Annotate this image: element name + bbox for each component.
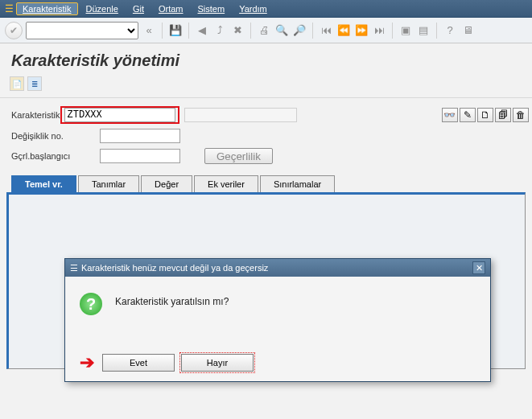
tab-ek-veriler[interactable]: Ek veriler <box>194 175 258 192</box>
tab-temel[interactable]: Temel vr. <box>11 175 76 192</box>
char-input[interactable] <box>64 108 175 122</box>
command-field[interactable] <box>26 22 138 39</box>
dialog-buttons: ➔ Evet Hayır <box>65 347 490 381</box>
tab-tanimlar[interactable]: Tanımlar <box>78 175 139 192</box>
valid-label: Gçrl.başlangıcı <box>11 151 100 161</box>
char-highlight <box>60 106 179 124</box>
new-session-icon[interactable]: ▣ <box>398 23 413 38</box>
change-input[interactable] <box>100 129 180 143</box>
toolbar-separator <box>392 23 393 39</box>
copy-characteristic-icon[interactable]: 🗐 <box>495 108 511 122</box>
question-icon: ? <box>80 293 102 315</box>
dialog-close-icon[interactable]: ✕ <box>472 261 485 274</box>
sub-toolbar: 📄 ≣ <box>0 75 532 98</box>
menu-duzenle[interactable]: Düzenle <box>80 2 125 15</box>
print-icon[interactable]: 🖨 <box>257 23 271 38</box>
app-toolbar: ✔ « 💾 ◀ ⤴ ✖ 🖨 🔍 🔎 ⏮ ⏪ ⏩ ⏭ ▣ ▤ ? 🖥 <box>0 18 532 43</box>
first-page-icon[interactable]: ⏮ <box>319 23 333 38</box>
shortcut-icon[interactable]: ▤ <box>416 23 431 38</box>
valid-input[interactable] <box>100 149 180 163</box>
create-characteristic-icon[interactable]: 🗋 <box>477 108 493 122</box>
validity-button[interactable]: Geçerlilik <box>204 148 273 164</box>
menu-sistem[interactable]: Sistem <box>192 2 232 15</box>
char-desc-input[interactable] <box>184 108 297 122</box>
cancel-icon[interactable]: ✖ <box>230 23 245 38</box>
toolbar-separator <box>162 23 163 39</box>
dialog-message: Karakteristik yaratılsın mı? <box>115 293 229 307</box>
dialog-titlebar: ☰ Karakteristik henüz mevcut değil ya da… <box>65 259 490 277</box>
exit-icon[interactable]: ⤴ <box>212 23 227 38</box>
page-title: Karakteristik yönetimi <box>0 43 532 75</box>
find-icon[interactable]: 🔍 <box>274 23 289 38</box>
menu-yardim[interactable]: Yardım <box>233 2 274 15</box>
menubar: ☰ Karakteristik Düzenle Git Ortam Sistem… <box>0 0 532 18</box>
tab-deger[interactable]: Değer <box>141 175 192 192</box>
toolbar-separator <box>188 23 189 39</box>
menu-git[interactable]: Git <box>126 2 151 15</box>
list-icon[interactable]: ≣ <box>27 76 42 91</box>
layout-icon[interactable]: 🖥 <box>460 23 475 38</box>
change-label: Değişiklik no. <box>11 131 100 141</box>
change-characteristic-icon[interactable]: ✎ <box>460 108 476 122</box>
toolbar-separator <box>250 23 251 39</box>
form-area: Karakteristik 👓 ✎ 🗋 🗐 🗑 Değişiklik no. G… <box>0 98 532 164</box>
char-actions: 👓 ✎ 🗋 🗐 🗑 <box>442 108 529 122</box>
last-page-icon[interactable]: ⏭ <box>372 23 386 38</box>
toolbar-separator <box>312 23 313 39</box>
yes-button[interactable]: Evet <box>102 354 175 372</box>
display-characteristic-icon[interactable]: 👓 <box>442 108 458 122</box>
confirm-dialog: ☰ Karakteristik henüz mevcut değil ya da… <box>64 258 491 382</box>
doc-icon[interactable]: 📄 <box>10 76 24 91</box>
prev-page-icon[interactable]: ⏪ <box>336 23 351 38</box>
find-next-icon[interactable]: 🔎 <box>292 23 307 38</box>
char-label: Karakteristik <box>11 110 60 120</box>
no-button[interactable]: Hayır <box>181 354 254 372</box>
menu-ortam[interactable]: Ortam <box>152 2 190 15</box>
pointer-arrow-icon: ➔ <box>80 352 94 373</box>
delete-characteristic-icon[interactable]: 🗑 <box>513 108 529 122</box>
tabbar: Temel vr. Tanımlar Değer Ek veriler Sını… <box>0 175 532 192</box>
back-double-icon[interactable]: « <box>142 23 156 38</box>
help-icon[interactable]: ? <box>443 23 457 38</box>
dialog-title: Karakteristik henüz mevcut değil ya da g… <box>81 263 268 273</box>
menu-karakteristik[interactable]: Karakteristik <box>16 2 78 15</box>
next-page-icon[interactable]: ⏩ <box>354 23 369 38</box>
save-icon[interactable]: 💾 <box>168 23 183 38</box>
dialog-body: ? Karakteristik yaratılsın mı? <box>65 277 490 347</box>
dialog-system-icon: ☰ <box>70 263 78 273</box>
tab-sinirlamalar[interactable]: Sınırlamalar <box>260 175 335 192</box>
toolbar-separator <box>436 23 437 39</box>
enter-icon[interactable]: ✔ <box>5 22 23 39</box>
back-icon[interactable]: ◀ <box>195 23 209 38</box>
sap-menu-icon[interactable]: ☰ <box>3 3 14 14</box>
